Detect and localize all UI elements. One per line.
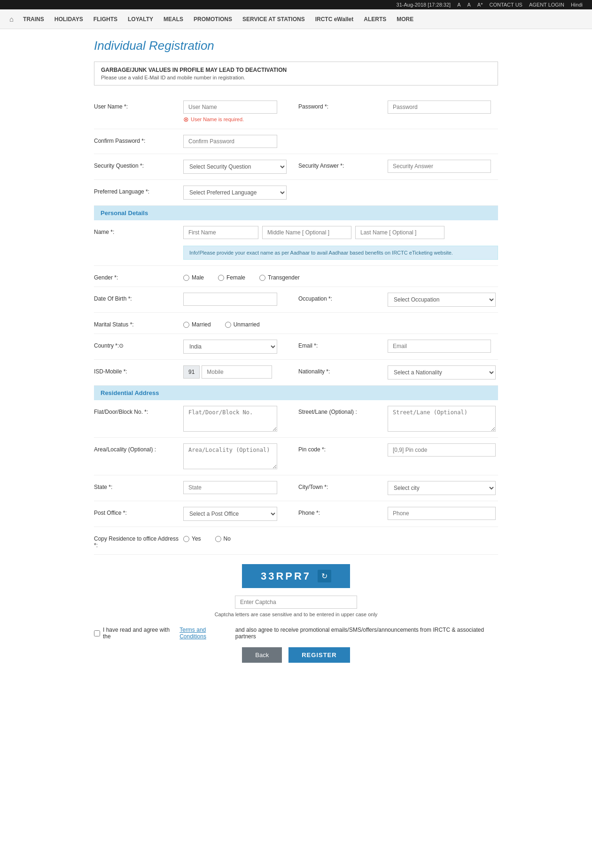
country-col: Country *:⊙ India xyxy=(94,340,294,354)
marital-status-fields: Married Unmarried xyxy=(183,318,498,328)
pincode-input[interactable] xyxy=(388,443,496,457)
home-icon[interactable]: ⌂ xyxy=(9,15,14,23)
area-textarea[interactable] xyxy=(183,443,277,469)
copy-radio-group: Yes No xyxy=(183,533,231,542)
security-question-select[interactable]: Select Security Question xyxy=(183,160,287,174)
isd-prefix: 91 xyxy=(183,365,200,379)
phone-label: Phone *: xyxy=(298,507,383,516)
first-name-input[interactable] xyxy=(183,226,258,239)
username-input[interactable] xyxy=(183,101,277,114)
city-label: City/Town *: xyxy=(298,481,383,490)
gender-male-radio[interactable] xyxy=(183,275,189,281)
register-button[interactable]: REGISTER xyxy=(288,647,350,663)
copy-residence-fields: Yes No xyxy=(183,533,498,542)
username-field-wrap: ⊗ User Name is required. xyxy=(183,101,277,123)
username-col: User Name *: ⊗ User Name is required. xyxy=(94,101,294,123)
post-office-select[interactable]: Select a Post Office xyxy=(183,507,277,521)
copy-yes-radio[interactable] xyxy=(183,536,189,542)
warning-title: GARBAGE/JUNK VALUES IN PROFILE MAY LEAD … xyxy=(101,67,491,73)
nav-meals[interactable]: MEALS xyxy=(163,14,184,24)
mobile-input[interactable] xyxy=(202,365,272,379)
country-label: Country *:⊙ xyxy=(94,340,179,349)
font-small[interactable]: A xyxy=(457,2,460,8)
copy-no-radio[interactable] xyxy=(215,536,221,542)
gender-fields: Male Female Transgender xyxy=(183,271,498,281)
street-textarea[interactable] xyxy=(388,406,496,432)
flat-textarea[interactable] xyxy=(183,406,277,432)
back-button[interactable]: Back xyxy=(242,647,282,663)
captcha-input[interactable] xyxy=(235,596,357,609)
security-answer-input[interactable] xyxy=(388,160,491,173)
country-select[interactable]: India xyxy=(183,340,277,354)
name-fields: Info!Please provide your exact name as p… xyxy=(183,226,498,260)
state-input[interactable] xyxy=(183,481,277,494)
font-large[interactable]: A* xyxy=(477,2,483,8)
confirm-password-label: Confirm Password *: xyxy=(94,135,179,144)
occupation-select[interactable]: Select Occupation xyxy=(388,293,496,307)
terms-link[interactable]: Terms and Conditions xyxy=(179,627,233,640)
nav-service-stations[interactable]: SERVICE AT STATIONS xyxy=(241,14,306,24)
mobile-nationality-row: ISD-Mobile *: 91 Nationality *: Select a… xyxy=(94,360,498,386)
pincode-col: Pin code *: xyxy=(298,443,498,457)
marital-status-row: Marital Status *: Married Unmarried xyxy=(94,313,498,334)
unmarried-radio[interactable] xyxy=(225,322,231,328)
marital-radio-group: Married Unmarried xyxy=(183,318,260,328)
marital-status-label: Marital Status *: xyxy=(94,318,179,328)
gender-row: Gender *: Male Female Transgender xyxy=(94,266,498,287)
copy-yes-option[interactable]: Yes xyxy=(183,535,201,542)
city-select[interactable]: Select city xyxy=(388,481,496,495)
gender-female-radio[interactable] xyxy=(218,275,224,281)
top-bar: 31-Aug-2018 [17:28:32] A A A* CONTACT US… xyxy=(0,0,592,9)
gender-male-option[interactable]: Male xyxy=(183,274,204,281)
married-radio[interactable] xyxy=(183,322,189,328)
agent-login-link[interactable]: AGENT LOGIN xyxy=(529,2,564,8)
nav-holidays[interactable]: HOLIDAYS xyxy=(54,14,84,24)
nav-trains[interactable]: TRAINS xyxy=(22,14,45,24)
contact-us-link[interactable]: CONTACT US xyxy=(489,2,522,8)
preferred-language-select[interactable]: Select Preferred Language xyxy=(183,186,287,200)
nationality-select[interactable]: Select a Nationality xyxy=(388,365,496,380)
gender-female-option[interactable]: Female xyxy=(218,274,245,281)
warning-subtitle: Please use a valid E-Mail ID and mobile … xyxy=(101,75,491,80)
married-option[interactable]: Married xyxy=(183,321,211,328)
street-label: Street/Lane (Optional) : xyxy=(298,406,383,415)
language-link[interactable]: Hindi xyxy=(571,2,583,8)
nav-more[interactable]: MORE xyxy=(396,14,414,24)
dob-occupation-row: Date Of Birth *: Occupation *: Select Oc… xyxy=(94,287,498,313)
username-password-row: User Name *: ⊗ User Name is required. Pa… xyxy=(94,95,498,129)
security-question-label: Security Question *: xyxy=(94,160,179,169)
password-label: Password *: xyxy=(298,101,383,110)
captcha-section: 33RPR7 ↻ Captcha letters are case sensit… xyxy=(94,564,498,617)
area-label: Area/Locality (Optional) : xyxy=(94,443,179,453)
occupation-col: Occupation *: Select Occupation xyxy=(298,293,498,307)
nationality-label: Nationality *: xyxy=(298,365,383,375)
mobile-col: ISD-Mobile *: 91 xyxy=(94,365,294,379)
confirm-password-fields xyxy=(183,135,498,148)
postoffice-col: Post Office *: Select a Post Office xyxy=(94,507,294,521)
terms-row: I have read and agree with the Terms and… xyxy=(94,627,498,640)
gender-transgender-radio[interactable] xyxy=(259,275,265,281)
terms-checkbox[interactable] xyxy=(94,630,100,636)
unmarried-option[interactable]: Unmarried xyxy=(225,321,260,328)
button-row: Back REGISTER xyxy=(94,647,498,663)
font-medium[interactable]: A xyxy=(467,2,470,8)
name-label: Name *: xyxy=(94,226,179,235)
dob-input[interactable] xyxy=(183,293,277,306)
email-input[interactable] xyxy=(388,340,491,353)
gender-transgender-option[interactable]: Transgender xyxy=(259,274,300,281)
captcha-refresh-button[interactable]: ↻ xyxy=(318,570,331,582)
password-input[interactable] xyxy=(388,101,491,114)
nav-ewallet[interactable]: IRCTC eWallet xyxy=(314,14,355,24)
phone-input[interactable] xyxy=(388,507,496,520)
captcha-input-wrap xyxy=(94,596,498,609)
nav-alerts[interactable]: ALERTS xyxy=(363,14,387,24)
nav-loyalty[interactable]: LOYALTY xyxy=(127,14,154,24)
last-name-input[interactable] xyxy=(355,226,444,239)
terms-after: and also agree to receive promotional em… xyxy=(235,627,498,640)
area-col: Area/Locality (Optional) : xyxy=(94,443,294,469)
confirm-password-input[interactable] xyxy=(183,135,277,148)
middle-name-input[interactable] xyxy=(262,226,351,239)
copy-no-option[interactable]: No xyxy=(215,535,231,542)
nav-flights[interactable]: FLIGHTS xyxy=(93,14,118,24)
nav-promotions[interactable]: PROMOTIONS xyxy=(193,14,233,24)
